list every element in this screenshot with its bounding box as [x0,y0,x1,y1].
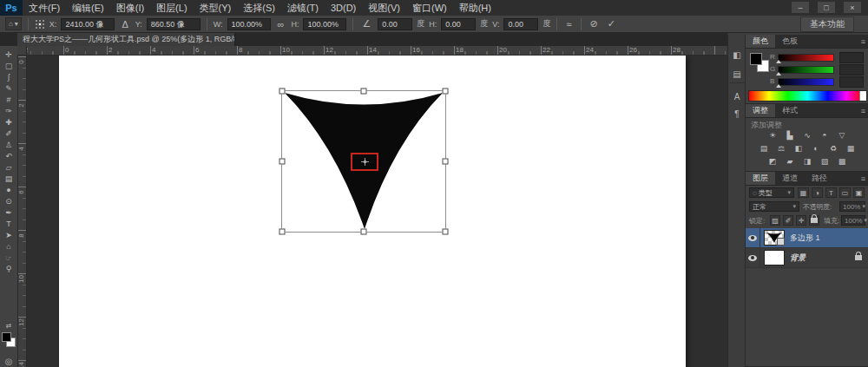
levels-icon[interactable]: ▙ [784,131,797,142]
lock-position-icon[interactable]: ✛ [796,215,806,226]
layer-row[interactable]: 背景 [746,248,868,268]
transform-handle[interactable] [443,159,449,165]
panel-menu-icon[interactable]: ≡ [858,35,868,48]
menu-view[interactable]: 视图(V) [362,2,406,15]
document-tab[interactable]: 程大大学PS之——几何形状工具.psd @ 25%(多边形 1, RGB/8) … [17,33,235,46]
tab-paths[interactable]: 路径 [805,172,834,185]
reference-point-dot[interactable] [36,23,37,25]
lock-all-icon[interactable] [809,215,819,226]
reference-point-crosshair-icon[interactable] [361,158,369,166]
crop-tool[interactable]: # [0,94,17,105]
green-slider-value-input[interactable] [839,64,864,75]
path-selection-tool[interactable]: ➤ [0,229,17,240]
threshold-icon[interactable]: ◨ [801,157,814,168]
menu-select[interactable]: 选择(S) [237,2,281,15]
selective-color-icon[interactable]: ▩ [836,157,849,168]
tab-layers[interactable]: 图层 [746,172,775,185]
menu-window[interactable]: 窗口(W) [406,2,453,15]
red-slider-value-input[interactable] [839,52,864,63]
cancel-transform-icon[interactable]: ⊘ [588,18,601,29]
color-lookup-icon[interactable]: ▦ [845,144,858,155]
hue-saturation-icon[interactable]: ▤ [758,144,771,155]
opacity-input[interactable]: 100% ▾ [839,201,865,212]
tab-styles[interactable]: 样式 [775,104,805,117]
minimize-button[interactable]: – [792,2,809,13]
vertical-ruler[interactable]: 02468101214 [17,55,27,367]
blue-slider-value-input[interactable] [839,76,864,88]
transform-handle[interactable] [443,229,449,235]
hand-tool[interactable]: ☞ [0,252,17,263]
layer-row[interactable]: 多边形 1 [746,228,868,248]
blue-slider[interactable] [778,78,834,86]
blur-tool[interactable]: ● [0,184,17,195]
tab-swatches[interactable]: 色板 [775,35,805,48]
y-position-input[interactable]: 860.50 像 [147,18,201,30]
blue-slider-thumb[interactable] [776,84,781,88]
height-input[interactable]: 100.00% [303,18,346,30]
transform-handle[interactable] [279,159,286,165]
reference-point-dot[interactable] [39,20,41,22]
menu-3d[interactable]: 3D(D) [325,3,362,13]
menu-type[interactable]: 类型(Y) [194,2,238,15]
gradient-map-icon[interactable]: ▧ [819,157,832,168]
panel-menu-icon[interactable]: ≡ [858,104,868,117]
reference-point-dot[interactable] [36,20,37,22]
filter-smart-objects-icon[interactable]: ▣ [853,187,865,198]
rotation-input[interactable]: 0.00 [378,18,412,30]
brush-tool[interactable]: ✐ [0,128,17,139]
blend-mode-select[interactable]: 正常 ▾ [749,201,799,212]
move-tool[interactable]: ✛ [0,49,17,60]
lock-paint-icon[interactable]: ✐ [783,215,793,226]
reference-point-dot[interactable] [39,27,41,29]
transform-handle[interactable] [279,229,286,235]
x-position-input[interactable]: 2410.00 像 [61,18,115,30]
paragraph-panel-icon[interactable]: ¶ [728,107,746,121]
clone-stamp-tool[interactable]: ♙ [0,139,17,150]
workspace-switcher[interactable]: 基本功能 [800,16,854,32]
reference-point-dot[interactable] [36,27,37,29]
reference-point-locator[interactable] [35,19,45,29]
reference-point-highlight[interactable] [351,153,378,171]
quick-mask-button[interactable]: ◎ [0,357,17,366]
zoom-tool[interactable]: ⚲ [0,263,17,274]
reference-point-center[interactable] [39,23,41,25]
color-balance-icon[interactable]: ⚖ [775,144,788,155]
filter-adjustment-layers-icon[interactable]: ◑ [812,187,823,198]
h-skew-input[interactable]: 0.00 [441,18,476,30]
link-dimensions-icon[interactable]: ∞ [275,19,287,29]
eyedropper-tool[interactable]: ✑ [0,105,17,116]
shape-tool[interactable]: ⌂ [0,240,17,252]
commit-transform-icon[interactable]: ✓ [605,18,618,29]
vibrance-icon[interactable]: ▽ [836,131,849,142]
transform-handle[interactable] [443,88,449,95]
brightness-contrast-icon[interactable]: ☀ [766,131,779,142]
curves-icon[interactable]: ∿ [801,131,814,142]
menu-image[interactable]: 图像(I) [110,2,150,15]
fill-input[interactable]: 100% ▾ [841,215,865,226]
filter-shape-layers-icon[interactable]: ▭ [839,187,851,198]
white-swatch[interactable] [859,91,866,101]
eraser-tool[interactable]: ▱ [0,161,17,173]
transform-handle[interactable] [361,229,367,235]
reference-point-dot[interactable] [43,20,44,22]
visibility-toggle[interactable] [746,248,760,267]
tab-adjustments[interactable]: 调整 [746,104,775,117]
lasso-tool[interactable]: ʃ [0,71,17,82]
transform-handle[interactable] [361,88,367,95]
close-button[interactable]: × [844,2,861,13]
relative-position-icon[interactable]: Δ [119,19,130,29]
horizontal-ruler[interactable]: -20246810121416182022242628 [17,46,727,56]
swap-colors-icon[interactable]: ⇄ [0,322,17,330]
marquee-tool[interactable]: ▢ [0,60,17,71]
tab-color[interactable]: 颜色 [746,35,775,48]
tool-preset-picker[interactable]: ⌂ ▾ [5,17,22,30]
visibility-toggle[interactable] [746,228,760,247]
properties-panel-icon[interactable]: ▤ [728,67,746,81]
transform-handle[interactable] [279,88,286,95]
invert-icon[interactable]: ◩ [766,157,779,168]
tab-channels[interactable]: 通道 [775,172,805,185]
filter-pixel-layers-icon[interactable]: ▦ [798,187,809,198]
color-spectrum-ramp[interactable] [748,90,867,102]
gradient-tool[interactable]: ▤ [0,173,17,184]
menu-file[interactable]: 文件(F) [23,2,66,15]
